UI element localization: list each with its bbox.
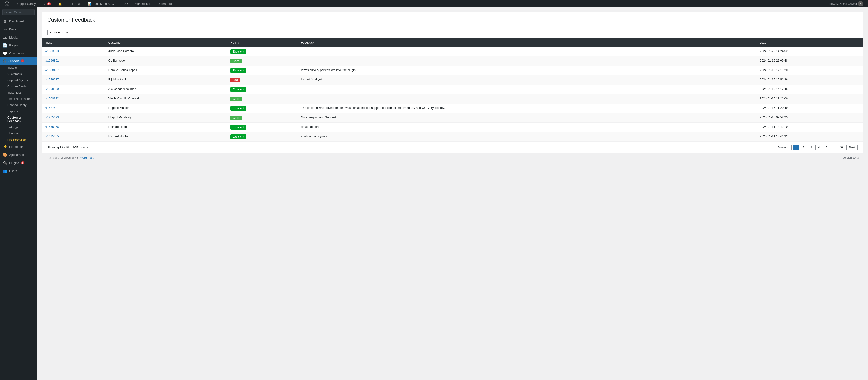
cell-rating: Excellent: [227, 85, 297, 94]
media-icon: 🖼: [3, 35, 7, 39]
rating-badge: Good: [230, 115, 242, 120]
site-name[interactable]: SupportCandy: [15, 0, 38, 7]
sidebar-item-pages[interactable]: 📄 Pages: [0, 41, 37, 49]
elementor-icon: ⚡: [3, 145, 7, 149]
sidebar-item-appearance[interactable]: 🎨 Appearance: [0, 151, 37, 159]
dashboard-icon: ⊞: [3, 19, 7, 24]
filter-bar: All ratings Excellent Good Bad: [42, 27, 863, 38]
rating-filter[interactable]: All ratings Excellent Good Bad: [47, 30, 70, 35]
ticket-link[interactable]: #1566351: [45, 59, 59, 62]
edd-plugin[interactable]: EDD: [120, 0, 129, 7]
ticket-link[interactable]: #1549687: [45, 78, 59, 81]
wp-logo[interactable]: W: [3, 0, 11, 7]
col-customer: Customer: [105, 38, 227, 47]
ticket-link[interactable]: #1568800: [45, 87, 59, 91]
next-button[interactable]: Next: [846, 145, 858, 150]
cell-customer: Richard Hobbs: [105, 132, 227, 142]
posts-icon: ✏: [3, 27, 7, 32]
sidebar-item-email-notifications[interactable]: Email Notifications: [0, 96, 37, 102]
prev-button[interactable]: Previous: [775, 145, 792, 150]
rating-badge: Excellent: [230, 87, 246, 92]
ticket-link[interactable]: #1527681: [45, 106, 59, 109]
sidebar-item-support-agents[interactable]: Support Agents: [0, 77, 37, 83]
sidebar-item-ticket-list[interactable]: Ticket List: [0, 90, 37, 96]
cell-feedback: great support.: [297, 123, 756, 132]
sidebar-item-canned-reply[interactable]: Canned Reply: [0, 102, 37, 108]
cell-customer: Samuel Sousa Lopes: [105, 66, 227, 75]
page-3-button[interactable]: 3: [808, 145, 814, 150]
sidebar-item-elementor[interactable]: ⚡ Elementor: [0, 143, 37, 151]
ticket-link[interactable]: #1485655: [45, 134, 59, 138]
support-section: 🎧 Support 8 Tickets Customers Support Ag…: [0, 58, 37, 143]
sidebar-item-dashboard[interactable]: ⊞ Dashboard: [0, 17, 37, 25]
ticket-link[interactable]: #1568467: [45, 68, 59, 72]
page-4-button[interactable]: 4: [815, 145, 822, 150]
table-row: #1569192 Vasile Claudiu Gherasim Good 20…: [42, 94, 863, 104]
ticket-link[interactable]: #1563523: [45, 49, 59, 53]
sidebar-item-customer-feedback[interactable]: Customer Feedback: [0, 114, 37, 124]
sidebar-item-customers[interactable]: Customers: [0, 71, 37, 77]
cell-rating: Excellent: [227, 104, 297, 113]
updraftplus[interactable]: UpdraftPlus: [156, 0, 175, 7]
cell-customer: Eugene Mulder: [105, 104, 227, 113]
sidebar-item-reports[interactable]: Reports: [0, 108, 37, 114]
ticket-link[interactable]: #1275493: [45, 115, 59, 119]
col-date: Date: [756, 38, 863, 47]
search-input[interactable]: [2, 9, 35, 15]
sidebar-item-plugins[interactable]: 🔌 Plugins 8: [0, 159, 37, 167]
cell-date: 2024-01-15 15:51:26: [756, 75, 863, 85]
pagination: Previous 1 2 3 4 5 ... 49 Next: [775, 145, 858, 150]
sidebar-item-media[interactable]: 🖼 Media: [0, 33, 37, 41]
sidebar-item-users[interactable]: 👥 Users: [0, 167, 37, 175]
sidebar-item-posts[interactable]: ✏ Posts: [0, 25, 37, 33]
rating-badge: Excellent: [230, 68, 246, 73]
col-rating: Rating: [227, 38, 297, 47]
plugins-icon: 🔌: [3, 161, 7, 165]
page-2-button[interactable]: 2: [800, 145, 807, 150]
page-49-button[interactable]: 49: [837, 145, 845, 150]
cell-ticket: #1563523: [42, 47, 105, 57]
table-wrapper: Ticket Customer Rating Feedback Date #15…: [42, 38, 863, 142]
cell-ticket: #1568467: [42, 66, 105, 75]
cell-feedback: [297, 85, 756, 94]
cell-feedback: [297, 94, 756, 104]
sidebar-item-comments[interactable]: 💬 Comments: [0, 49, 37, 58]
table-nav-bottom: Showing 1 to 10 of 965 records Previous …: [42, 142, 863, 153]
version-text: Version 6.4.3: [843, 156, 859, 159]
cell-ticket: #1485655: [42, 132, 105, 142]
cell-rating: Good: [227, 113, 297, 123]
support-menu-heading[interactable]: 🎧 Support 8: [0, 58, 37, 65]
cell-ticket: #1566351: [42, 57, 105, 66]
new-content[interactable]: + New: [70, 0, 82, 7]
page-1-button[interactable]: 1: [793, 145, 799, 150]
ticket-link[interactable]: #1565956: [45, 125, 59, 129]
search-box[interactable]: [0, 7, 37, 17]
comments-link[interactable]: 🗨 9: [41, 0, 53, 7]
ticket-link[interactable]: #1569192: [45, 97, 59, 100]
table-row: #1568800 Aleksander Stekman Excellent 20…: [42, 85, 863, 94]
sidebar-item-licenses[interactable]: Licenses: [0, 130, 37, 137]
page-title: Customer Feedback: [42, 12, 863, 27]
table-row: #1563523 Juan José Cordero Excellent 202…: [42, 47, 863, 57]
cell-feedback: spot on thank you :-): [297, 132, 756, 142]
main-content: Customer Feedback All ratings Excellent …: [37, 7, 868, 380]
sidebar-item-custom-fields[interactable]: Custom Fields: [0, 83, 37, 90]
cell-feedback: It was all very perfect! We love the plu…: [297, 66, 756, 75]
user-greeting[interactable]: Howdy, Nikhil Gawali N: [827, 0, 865, 7]
admin-menu: ⊞ Dashboard ✏ Posts 🖼 Media 📄 Pa: [0, 17, 37, 58]
page-5-button[interactable]: 5: [823, 145, 830, 150]
sidebar-item-tickets[interactable]: Tickets: [0, 65, 37, 71]
sidebar-item-settings[interactable]: Settings: [0, 124, 37, 130]
cell-customer: Richard Hobbs: [105, 123, 227, 132]
wordpress-link[interactable]: WordPress: [80, 156, 94, 159]
footer: Thank you for creating with WordPress. V…: [41, 153, 863, 162]
wp-rocket[interactable]: WP Rocket: [133, 0, 152, 7]
table-body: #1563523 Juan José Cordero Excellent 202…: [42, 47, 863, 142]
notifications[interactable]: 🔔 0: [56, 0, 66, 7]
sidebar-item-pro-features[interactable]: Pro Features: [0, 137, 37, 143]
rank-math-seo[interactable]: 📊 Rank Math SEO: [86, 0, 116, 7]
cell-date: 2024-01-19 22:05:48: [756, 57, 863, 66]
cell-rating: Bad: [227, 75, 297, 85]
cell-ticket: #1275493: [42, 113, 105, 123]
cell-date: 2024-01-15 11:20:49: [756, 104, 863, 113]
